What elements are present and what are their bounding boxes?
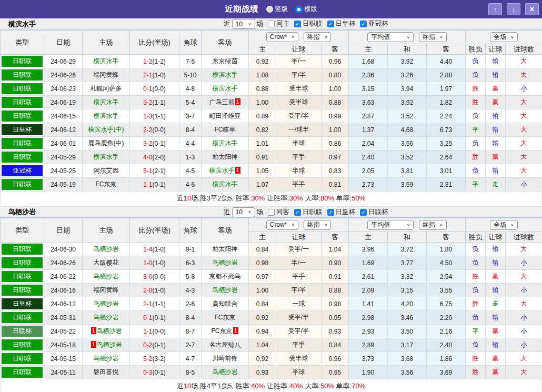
team-link[interactable]: 横滨水手 [94,153,119,160]
team-name[interactable]: 横滨水手 [8,19,36,29]
col-corner: 角球 [179,218,202,243]
average-select[interactable]: 平均值∨ [367,220,414,230]
team-link[interactable]: 东京绿茵 [213,57,238,65]
corners-cell: 2-7 [179,338,202,352]
team-link[interactable]: 阿尔艾因 [94,167,119,174]
layout-radio-horizontal[interactable]: 横版 [295,5,317,14]
result-cell: 大 [506,243,542,256]
team-link[interactable]: 鸟栖沙岩 [213,286,238,294]
team-link[interactable]: 横滨水手 [213,180,238,188]
team-link[interactable]: 鹿岛鹿角(中) [88,139,124,147]
score-cell: 1-0(1-0) [130,256,179,270]
result-cell: 大 [506,297,542,311]
league-checkbox-1[interactable]: ✓ [294,209,301,216]
odds-cell: 0.90 [322,256,349,270]
team-link[interactable]: 大阪樱花 [94,259,119,266]
team-link[interactable]: 鸟栖沙岩 [97,341,122,348]
close-button[interactable]: ✕ [525,3,539,15]
same-venue-checkbox[interactable] [268,209,275,216]
match-count-select[interactable]: 10∨ [232,19,255,29]
league-checkbox-2[interactable]: ✓ [327,209,334,216]
summary-part: 10 [184,382,191,390]
corners-cell: 4-5 [179,164,202,178]
odds-source-select[interactable]: Crow*∨ [266,220,298,230]
team-link[interactable]: FC东京 [212,327,233,335]
average-final-select[interactable]: 终指∨ [419,220,447,230]
move-up-button[interactable]: ↑ [488,3,502,15]
team-name[interactable]: 鸟栖沙岩 [8,207,36,217]
team-link[interactable]: 高知联合 [213,300,238,307]
team-link[interactable]: 鸟栖沙岩 [94,245,119,253]
team-link[interactable]: 鸟栖沙岩 [213,368,238,376]
average-odds-cell: 2.24 [427,109,466,123]
corners-cell: 4-6 [179,178,202,192]
team-link[interactable]: FC东京 [96,180,117,188]
home-team-cell: 鸟栖沙岩 [83,311,130,325]
odds-cell: 0.83 [322,164,349,178]
same-venue-label: 同客 [276,208,289,217]
odds-final-select[interactable]: 终指∨ [304,220,332,230]
team-link[interactable]: 鸟栖沙岩 [213,259,238,266]
team-link[interactable]: 町田泽维亚 [209,112,241,119]
league-checkbox-3[interactable]: ✓ [360,21,367,27]
result-cell: 输 [486,256,506,270]
score-cell: 2-0(1-0) [130,284,179,297]
layout-radio-vertical[interactable]: 竖版 [266,5,288,14]
recent-results-panel: 近期战绩 竖版 横版 ↑ ↓ ✕ 横滨水手 近 10∨ 场 同主 [0,0,542,392]
team-link[interactable]: 福冈黄蜂 [94,71,119,78]
team-link[interactable]: 川崎前锋 [213,355,238,362]
team-link[interactable]: 柏太阳神 [213,153,238,160]
team-link[interactable]: 福冈黄蜂 [94,286,119,294]
team-link[interactable]: 鸟栖沙岩 [94,314,119,321]
team-link[interactable]: 鸟栖沙岩 [94,355,119,362]
team-link[interactable]: FC岐阜 [215,126,236,133]
team-link[interactable]: 横滨水手 [213,85,238,92]
odds-cell: 1.01 [249,137,276,150]
league-type-cell: 日职联 [1,284,44,297]
team-link[interactable]: 京都不死鸟 [209,273,241,280]
team-link[interactable]: 横滨水手 [209,167,235,174]
team-link[interactable]: 磐田喜悦 [94,368,119,376]
team-link[interactable]: 横滨水手 [94,57,119,65]
team-link[interactable]: 横滨水手 [213,139,238,147]
league-type-cell: 日职联 [1,109,44,123]
team-link[interactable]: FC东京 [215,314,236,321]
scope-select[interactable]: 全场∨ [490,220,518,230]
full-time-score: 2-2 [143,126,152,134]
team-link[interactable]: 横滨水手(中) [88,126,124,133]
red-card-badge: 1 [91,327,96,334]
team-link[interactable]: 广岛三箭 [209,98,235,106]
team-link[interactable]: 柏太阳神 [213,245,238,253]
select-value: 10 [236,208,243,216]
scope-select[interactable]: 全场∨ [490,32,518,42]
corners-cell: 4-8 [179,82,202,96]
match-date-cell: 24-06-26 [44,68,83,82]
league-checkbox-2[interactable]: ✓ [327,21,334,27]
col-odds-line: 让球 [276,232,322,243]
league-checkbox-1[interactable]: ✓ [294,21,301,27]
half-time-score: (1-0) [153,287,166,294]
corners-cell: 4-3 [179,284,202,297]
odds-cell: 0.98 [249,256,276,270]
summary-part: 30% [251,194,265,202]
league-checkbox-3[interactable]: ✓ [360,209,367,216]
odds-source-select[interactable]: Crow*∨ [266,32,298,42]
average-final-select[interactable]: 终指∨ [419,32,447,42]
average-odds-cell: 1.90 [349,366,388,379]
average-select[interactable]: 平均值∨ [367,32,414,42]
team-link[interactable]: 札幌冈萨多 [91,85,122,92]
team-link[interactable]: 横滨水手 [94,112,119,119]
team-link[interactable]: 横滨水手 [213,71,238,78]
same-venue-checkbox[interactable] [268,21,275,27]
match-date-cell: 24-06-19 [44,96,83,109]
team-link[interactable]: 横滨水手 [94,98,119,106]
odds-final-select[interactable]: 终指∨ [304,32,332,42]
team-link[interactable]: 名古屋鲸八 [209,341,241,348]
team-link[interactable]: 鸟栖沙岩 [94,300,119,307]
move-down-button[interactable]: ↓ [507,3,520,15]
select-value: 终指 [423,33,435,42]
red-card-badge: 1 [235,98,240,105]
match-count-select[interactable]: 10∨ [232,207,255,217]
team-link[interactable]: 鸟栖沙岩 [97,327,122,335]
team-link[interactable]: 鸟栖沙岩 [94,273,119,280]
